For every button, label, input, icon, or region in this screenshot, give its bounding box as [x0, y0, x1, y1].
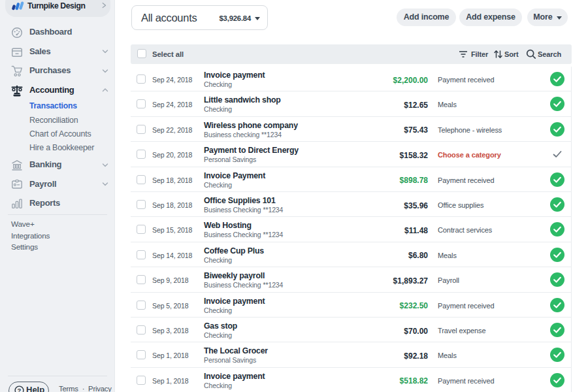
svg-text:?: ? [18, 387, 22, 392]
